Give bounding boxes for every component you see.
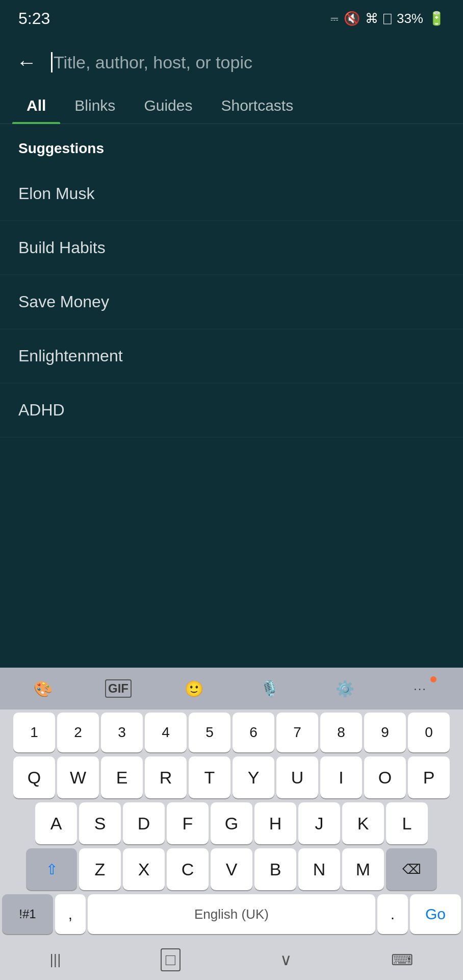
emoji-icon: 🙂 xyxy=(185,680,203,698)
key-o[interactable]: O xyxy=(364,756,406,798)
key-a[interactable]: A xyxy=(35,802,77,844)
tab-blinks[interactable]: Blinks xyxy=(60,88,130,124)
key-5[interactable]: 5 xyxy=(189,713,230,752)
key-8[interactable]: 8 xyxy=(320,713,362,752)
nav-home-button[interactable]: □ xyxy=(161,948,181,971)
search-input[interactable]: Title, author, host, or topic xyxy=(51,52,451,72)
mute-icon: 🔇 xyxy=(344,11,360,27)
status-bar: 5:23 ⎓ 🔇 ⌘ ⎕ 33% 🔋 xyxy=(0,0,463,37)
dot-key[interactable]: . xyxy=(377,894,408,934)
key-u[interactable]: U xyxy=(276,756,318,798)
key-f[interactable]: F xyxy=(167,802,209,844)
gif-icon: GIF xyxy=(105,679,132,698)
suggestion-item-elon-musk[interactable]: Elon Musk xyxy=(0,167,463,221)
more-button[interactable]: ··· xyxy=(401,673,440,704)
qwerty-row: Q W E R T Y U I O P xyxy=(0,753,463,799)
suggestions-area: Suggestions Elon Musk Build Habits Save … xyxy=(0,124,463,437)
key-g[interactable]: G xyxy=(211,802,252,844)
symbols-key[interactable]: !#1 xyxy=(2,894,53,934)
key-h[interactable]: H xyxy=(254,802,296,844)
sticker-button[interactable]: 🎨 xyxy=(23,673,62,704)
comma-key[interactable]: , xyxy=(55,894,86,934)
key-0[interactable]: 0 xyxy=(408,713,450,752)
battery-icon: 🔋 xyxy=(428,11,445,27)
search-bar: ← Title, author, host, or topic xyxy=(0,37,463,88)
more-icon: ··· xyxy=(414,681,427,696)
suggestion-item-adhd[interactable]: ADHD xyxy=(0,383,463,437)
tab-guides[interactable]: Guides xyxy=(130,88,207,124)
key-e[interactable]: E xyxy=(101,756,143,798)
key-s[interactable]: S xyxy=(79,802,121,844)
settings-button[interactable]: ⚙️ xyxy=(325,673,364,704)
key-i[interactable]: I xyxy=(320,756,362,798)
key-6[interactable]: 6 xyxy=(233,713,274,752)
suggestion-item-save-money[interactable]: Save Money xyxy=(0,275,463,329)
nav-keyboard-icon: ⌨ xyxy=(391,951,413,969)
number-row: 1 2 3 4 5 6 7 8 9 0 xyxy=(0,709,463,753)
key-t[interactable]: T xyxy=(189,756,230,798)
back-button[interactable]: ← xyxy=(12,47,41,78)
key-k[interactable]: K xyxy=(342,802,384,844)
nav-back-icon: ||| xyxy=(50,951,61,968)
shift-key[interactable]: ⇧ xyxy=(26,848,77,890)
tab-all[interactable]: All xyxy=(12,88,60,124)
key-9[interactable]: 9 xyxy=(364,713,406,752)
bottom-row: !#1 , English (UK) . Go xyxy=(0,891,463,939)
key-x[interactable]: X xyxy=(123,848,165,890)
shift-icon: ⇧ xyxy=(46,861,58,878)
key-c[interactable]: C xyxy=(167,848,209,890)
go-key[interactable]: Go xyxy=(410,894,461,934)
key-d[interactable]: D xyxy=(123,802,165,844)
status-time: 5:23 xyxy=(18,9,50,28)
gear-icon: ⚙️ xyxy=(336,680,354,698)
key-4[interactable]: 4 xyxy=(145,713,187,752)
asdf-row: A S D F G H J K L xyxy=(0,799,463,845)
mic-button[interactable]: 🎙️ xyxy=(250,673,289,704)
bluetooth-icon: ⎓ xyxy=(330,11,339,27)
tabs-bar: All Blinks Guides Shortcasts xyxy=(0,88,463,124)
keyboard-toolbar: 🎨 GIF 🙂 🎙️ ⚙️ ··· xyxy=(0,668,463,709)
key-w[interactable]: W xyxy=(57,756,99,798)
key-1[interactable]: 1 xyxy=(13,713,55,752)
nav-home-icon: □ xyxy=(161,948,181,971)
key-2[interactable]: 2 xyxy=(57,713,99,752)
nav-bar: ||| □ ∨ ⌨ xyxy=(0,939,463,980)
emoji-button[interactable]: 🙂 xyxy=(174,673,213,704)
signal-icon: ⎕ xyxy=(383,11,392,27)
key-q[interactable]: Q xyxy=(13,756,55,798)
delete-icon: ⌫ xyxy=(402,862,421,877)
nav-back-button[interactable]: ||| xyxy=(50,951,61,968)
key-3[interactable]: 3 xyxy=(101,713,143,752)
key-m[interactable]: M xyxy=(342,848,384,890)
key-z[interactable]: Z xyxy=(79,848,121,890)
delete-key[interactable]: ⌫ xyxy=(386,848,437,890)
key-v[interactable]: V xyxy=(211,848,252,890)
zxcv-row: ⇧ Z X C V B N M ⌫ xyxy=(0,845,463,891)
status-icons: ⎓ 🔇 ⌘ ⎕ 33% 🔋 xyxy=(330,11,445,27)
notification-dot xyxy=(430,676,436,682)
gif-button[interactable]: GIF xyxy=(99,673,138,704)
key-r[interactable]: R xyxy=(145,756,187,798)
search-placeholder: Title, author, host, or topic xyxy=(54,53,252,72)
text-cursor xyxy=(51,52,53,72)
suggestion-item-enlightenment[interactable]: Enlightenment xyxy=(0,329,463,383)
suggestions-header: Suggestions xyxy=(0,124,463,167)
key-l[interactable]: L xyxy=(386,802,428,844)
nav-recent-button[interactable]: ∨ xyxy=(280,950,292,969)
key-p[interactable]: P xyxy=(408,756,450,798)
key-j[interactable]: J xyxy=(298,802,340,844)
mic-icon: 🎙️ xyxy=(260,680,279,698)
space-key[interactable]: English (UK) xyxy=(88,894,375,934)
tab-shortcasts[interactable]: Shortcasts xyxy=(207,88,307,124)
key-7[interactable]: 7 xyxy=(276,713,318,752)
key-n[interactable]: N xyxy=(298,848,340,890)
battery-indicator: 33% xyxy=(397,11,423,27)
wifi-icon: ⌘ xyxy=(365,11,378,27)
key-y[interactable]: Y xyxy=(233,756,274,798)
suggestion-item-build-habits[interactable]: Build Habits xyxy=(0,221,463,275)
keyboard: 🎨 GIF 🙂 🎙️ ⚙️ ··· 1 2 3 4 5 6 7 8 9 0 Q xyxy=(0,668,463,980)
key-b[interactable]: B xyxy=(254,848,296,890)
nav-recent-icon: ∨ xyxy=(280,950,292,969)
sticker-icon: 🎨 xyxy=(34,680,53,698)
nav-keyboard-button[interactable]: ⌨ xyxy=(391,951,413,969)
